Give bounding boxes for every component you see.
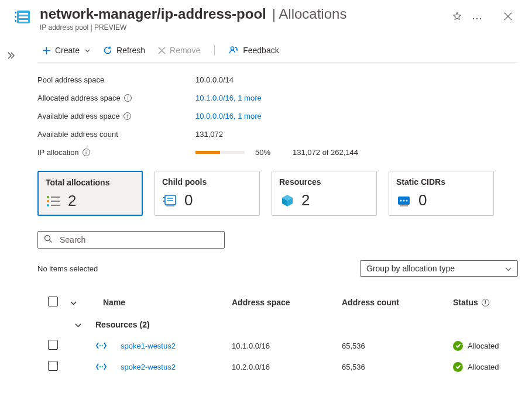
chevron-down-icon [505, 264, 512, 273]
refresh-button[interactable]: Refresh [98, 42, 150, 58]
svg-rect-4 [15, 12, 16, 13]
row-checkbox[interactable] [48, 361, 58, 371]
info-icon[interactable]: i [124, 94, 132, 102]
column-name[interactable]: Name [103, 298, 232, 307]
allocated-space-value[interactable]: 10.1.0.0/16, 1 more [195, 94, 518, 102]
svg-rect-6 [15, 20, 16, 22]
svg-point-7 [473, 18, 474, 19]
svg-rect-1 [19, 13, 28, 15]
svg-point-30 [102, 345, 104, 347]
progress-bar [195, 151, 245, 154]
properties-grid: Pool address space 10.0.0.0/14 Allocated… [37, 75, 518, 157]
svg-point-32 [102, 366, 104, 368]
pin-icon[interactable] [451, 11, 463, 24]
info-icon[interactable]: i [482, 299, 489, 306]
plus-icon [42, 46, 51, 55]
table-row[interactable]: spoke1-westus2 10.1.0.0/16 65,536 Alloca… [37, 335, 518, 356]
card-child-pools[interactable]: Child pools 0 [155, 171, 260, 216]
column-address-count[interactable]: Address count [342, 298, 453, 307]
select-all-checkbox[interactable] [48, 297, 58, 306]
card-title: Child pools [162, 177, 252, 187]
pool-space-value: 10.0.0.0/14 [195, 75, 518, 84]
svg-point-26 [406, 199, 408, 201]
svg-point-10 [231, 47, 234, 50]
expand-column[interactable] [70, 298, 103, 307]
table-row[interactable]: spoke2-westus2 10.2.0.0/16 65,536 Alloca… [37, 356, 518, 377]
column-address-space[interactable]: Address space [232, 298, 342, 307]
available-space-value[interactable]: 10.0.0.0/16, 1 more [195, 112, 518, 120]
card-title: Resources [279, 177, 369, 187]
card-value: 2 [68, 192, 76, 210]
svg-rect-27 [400, 205, 408, 206]
svg-point-11 [47, 196, 49, 198]
card-value: 0 [418, 191, 427, 209]
svg-point-31 [99, 366, 101, 368]
selection-status: No items selected [37, 264, 98, 273]
column-status[interactable]: Status i [453, 298, 532, 307]
row-address-count: 65,536 [342, 342, 453, 350]
card-title: Total allocations [46, 178, 135, 187]
search-input[interactable] [59, 235, 218, 245]
svg-rect-12 [51, 197, 60, 198]
available-count-value: 131,072 [195, 130, 518, 139]
svg-rect-2 [19, 16, 28, 18]
card-value: 2 [301, 191, 310, 209]
info-icon[interactable]: i [83, 149, 90, 156]
allocations-table: Name Address space Address count Status … [37, 291, 518, 377]
info-icon[interactable]: i [123, 112, 131, 120]
success-icon [453, 362, 463, 372]
card-total-allocations[interactable]: Total allocations 2 [37, 171, 143, 216]
svg-rect-22 [166, 205, 174, 206]
svg-rect-16 [51, 205, 60, 206]
svg-point-9 [480, 18, 481, 19]
page-subtitle: IP address pool | PREVIEW [40, 23, 443, 32]
group-header-resources[interactable]: Resources (2) [37, 314, 518, 335]
search-box[interactable] [37, 231, 225, 249]
create-button[interactable]: Create [37, 42, 95, 58]
svg-rect-21 [163, 201, 164, 202]
svg-point-25 [403, 199, 405, 201]
row-name-link[interactable]: spoke1-westus2 [121, 342, 232, 350]
row-name-link[interactable]: spoke2-westus2 [121, 363, 232, 371]
row-address-count: 65,536 [342, 363, 453, 371]
page-title: network-manager/ip-address-pool [40, 6, 266, 22]
row-address-space: 10.1.0.0/16 [232, 342, 342, 350]
vnet-icon [96, 363, 121, 371]
close-icon[interactable] [500, 9, 516, 25]
toolbar-separator [214, 45, 215, 56]
allocated-space-label: Allocated address space i [37, 94, 195, 102]
group-by-dropdown[interactable]: Group by allocation type [360, 260, 518, 277]
expand-sidebar-icon[interactable] [8, 51, 16, 61]
row-status: Allocated [453, 341, 532, 351]
ip-pool-icon [14, 8, 32, 26]
refresh-icon [103, 46, 112, 55]
available-space-label: Available address space i [37, 112, 195, 120]
ip-allocation-percent: 50% [255, 148, 270, 157]
svg-point-13 [47, 200, 49, 202]
row-status: Allocated [453, 362, 532, 372]
cube-icon [279, 192, 296, 209]
card-static-cidrs[interactable]: Static CIDRs 0 [389, 171, 494, 216]
svg-rect-19 [167, 200, 173, 201]
svg-point-28 [45, 236, 50, 241]
svg-rect-20 [163, 197, 164, 198]
cidr-icon [396, 192, 413, 209]
card-resources[interactable]: Resources 2 [272, 171, 377, 216]
ip-pool-small-icon [162, 192, 179, 209]
search-icon [44, 235, 53, 245]
group-label: Resources (2) [95, 320, 150, 329]
ip-allocation-value: 50% 131,072 of 262,144 [195, 148, 518, 157]
remove-icon [158, 47, 166, 54]
list-icon [46, 193, 62, 209]
more-icon[interactable] [471, 12, 483, 23]
svg-point-29 [99, 345, 101, 347]
feedback-button[interactable]: Feedback [224, 42, 283, 58]
pool-space-label: Pool address space [37, 75, 195, 84]
row-address-space: 10.2.0.0/16 [232, 363, 342, 371]
svg-rect-5 [15, 16, 16, 18]
svg-point-15 [47, 204, 49, 206]
page-title-section: | Allocations [272, 6, 347, 22]
feedback-icon [229, 46, 239, 55]
row-checkbox[interactable] [48, 340, 58, 350]
svg-point-24 [400, 199, 402, 201]
